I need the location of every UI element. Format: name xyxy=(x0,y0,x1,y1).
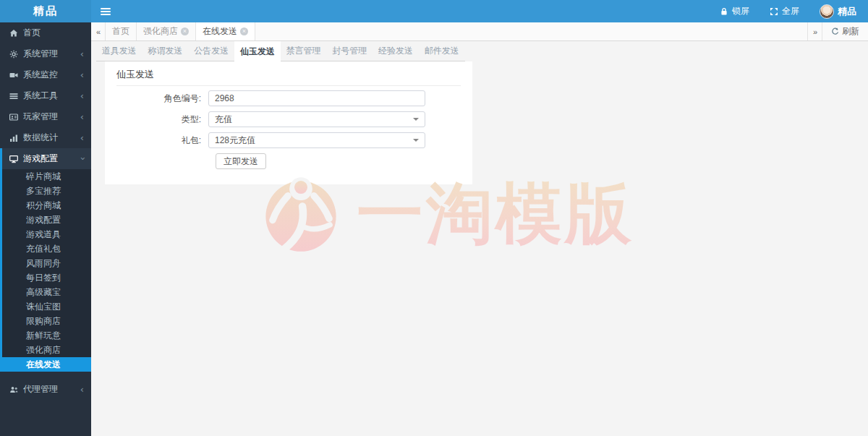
submenu-item[interactable]: 积分商城 xyxy=(2,198,91,213)
type-select[interactable]: 充值 xyxy=(208,111,425,127)
fullscreen-button[interactable]: 全屏 xyxy=(760,0,809,22)
sidebar-item-system-tools[interactable]: 系统工具 xyxy=(0,85,91,106)
gift-label: 礼包: xyxy=(116,134,208,147)
idcard-icon xyxy=(9,113,18,121)
submenu-item[interactable]: 每日签到 xyxy=(2,270,91,285)
type-label: 类型: xyxy=(116,114,208,126)
caret-down-icon xyxy=(413,118,419,121)
content-tabs: 道具发送 称谓发送 公告发送 仙玉发送 禁言管理 封号管理 经验发送 邮件发送 xyxy=(96,41,465,61)
sidebar-item-player-admin[interactable]: 玩家管理 xyxy=(0,106,91,127)
submenu-item-online-send[interactable]: 在线发送 xyxy=(0,357,91,372)
gift-select-value: 128元充值 xyxy=(215,134,255,147)
tab-jade-send[interactable]: 仙玉发送 xyxy=(234,41,281,62)
sidebar-item-home[interactable]: 首页 xyxy=(0,22,91,43)
tab-item-send[interactable]: 道具发送 xyxy=(96,41,142,61)
topnav: 锁屏 全屏 精品 xyxy=(91,0,868,22)
fullscreen-icon xyxy=(770,7,778,16)
panel-title: 仙玉发送 xyxy=(116,65,461,86)
submenu-item[interactable]: 游戏配置 xyxy=(2,213,91,227)
tab-announce-send[interactable]: 公告发送 xyxy=(188,41,234,61)
gear-icon xyxy=(9,50,18,59)
chevron-left-icon xyxy=(80,70,84,80)
main-area: « 首页 强化商店 在线发送 » 刷新 xyxy=(91,22,868,436)
watermark-text: 一淘模版 xyxy=(357,175,634,252)
tab-home[interactable]: 首页 xyxy=(106,22,137,40)
tab-title-send[interactable]: 称谓发送 xyxy=(142,41,189,61)
chevron-left-icon xyxy=(80,133,84,142)
list-icon xyxy=(9,92,18,101)
sidebar-item-label: 系统工具 xyxy=(23,90,75,102)
avatar xyxy=(820,4,834,19)
submenu-item[interactable]: 游戏道具 xyxy=(2,227,91,241)
form-row-type: 类型: 充值 xyxy=(116,111,461,127)
type-select-value: 充值 xyxy=(215,114,232,126)
sidebar-item-label: 系统管理 xyxy=(23,48,75,60)
submenu-item[interactable]: 新鲜玩意 xyxy=(2,328,91,343)
submenu-item[interactable]: 充值礼包 xyxy=(2,241,91,256)
submenu-item[interactable]: 强化商店 xyxy=(2,343,91,357)
submenu-item[interactable]: 诛仙宝图 xyxy=(2,299,91,314)
brand-logo[interactable]: 精品 xyxy=(0,0,91,22)
home-icon xyxy=(9,29,18,38)
lock-screen-button[interactable]: 锁屏 xyxy=(710,0,760,22)
desktop-icon xyxy=(9,155,18,163)
sidebar-item-label: 代理管理 xyxy=(23,383,75,396)
chevron-left-icon xyxy=(80,91,84,101)
watermark: 一淘模版 xyxy=(263,173,634,254)
chevron-left-icon xyxy=(80,49,84,59)
sidebar-item-data-stats[interactable]: 数据统计 xyxy=(0,127,91,148)
form-row-gift: 礼包: 128元充值 xyxy=(116,132,461,148)
close-icon[interactable] xyxy=(240,27,248,35)
sidebar-item-label: 数据统计 xyxy=(23,132,75,144)
fullscreen-label: 全屏 xyxy=(782,5,799,17)
user-name: 精品 xyxy=(838,5,856,18)
camera-icon xyxy=(9,71,18,80)
sidebar-toggle-icon[interactable] xyxy=(91,0,120,22)
lock-screen-label: 锁屏 xyxy=(732,5,749,17)
tab-mail-send[interactable]: 邮件发送 xyxy=(419,41,465,61)
submenu-item[interactable]: 风雨同舟 xyxy=(2,256,91,270)
tab-online-send[interactable]: 在线发送 xyxy=(196,22,255,40)
sidebar-item-agent-admin[interactable]: 代理管理 xyxy=(0,379,91,400)
scroll-tabs-left-button[interactable]: « xyxy=(91,22,106,40)
submenu-item[interactable]: 多宝推荐 xyxy=(2,184,91,198)
sidebar-item-system-monitor[interactable]: 系统监控 xyxy=(0,64,91,85)
game-config-submenu: 碎片商城 多宝推荐 积分商城 游戏配置 游戏道具 充值礼包 风雨同舟 每日签到 … xyxy=(0,169,91,372)
send-now-button[interactable]: 立即发送 xyxy=(216,153,266,169)
tab-exp-send[interactable]: 经验发送 xyxy=(373,41,419,61)
content-area: 道具发送 称谓发送 公告发送 仙玉发送 禁言管理 封号管理 经验发送 邮件发送 … xyxy=(91,41,868,436)
submenu-item[interactable]: 限购商店 xyxy=(2,314,91,328)
role-id-label: 角色编号: xyxy=(116,93,208,105)
form-row-submit: 立即发送 xyxy=(116,153,461,169)
chevron-left-icon xyxy=(80,112,84,121)
refresh-icon xyxy=(831,27,839,35)
jade-send-panel: 仙玉发送 角色编号: 类型: 充值 礼包: 128元充值 xyxy=(105,61,472,184)
sidebar-item-label: 系统监控 xyxy=(23,69,75,81)
close-icon[interactable] xyxy=(181,27,189,35)
refresh-label: 刷新 xyxy=(842,25,859,38)
tab-enhance-shop[interactable]: 强化商店 xyxy=(137,22,196,40)
lock-icon xyxy=(720,7,728,16)
chevron-down-icon xyxy=(77,157,87,161)
refresh-button[interactable]: 刷新 xyxy=(822,22,868,40)
tab-ban-admin[interactable]: 封号管理 xyxy=(326,41,373,61)
submenu-item[interactable]: 高级藏宝 xyxy=(2,285,91,299)
sidebar-item-game-config[interactable]: 游戏配置 xyxy=(0,148,91,169)
sidebar: 首页 系统管理 系统监控 xyxy=(0,22,91,436)
sidebar-item-label: 游戏配置 xyxy=(23,153,75,165)
gift-select[interactable]: 128元充值 xyxy=(208,132,425,148)
user-menu[interactable]: 精品 xyxy=(809,0,868,22)
tab-mute-admin[interactable]: 禁言管理 xyxy=(281,41,327,61)
submenu-item[interactable]: 碎片商城 xyxy=(2,169,91,184)
window-tabbar: « 首页 强化商店 在线发送 » 刷新 xyxy=(91,22,868,41)
sidebar-item-label: 玩家管理 xyxy=(23,111,75,123)
scroll-tabs-right-button[interactable]: » xyxy=(807,22,822,40)
tab-label: 强化商店 xyxy=(143,25,178,38)
chevron-left-icon xyxy=(80,385,84,394)
admin-app: 精品 锁屏 全屏 xyxy=(0,0,868,436)
chart-icon xyxy=(9,134,18,142)
role-id-input[interactable] xyxy=(208,90,425,106)
caret-down-icon xyxy=(413,139,419,142)
topbar: 精品 锁屏 全屏 xyxy=(0,0,868,22)
sidebar-item-system-admin[interactable]: 系统管理 xyxy=(0,43,91,64)
